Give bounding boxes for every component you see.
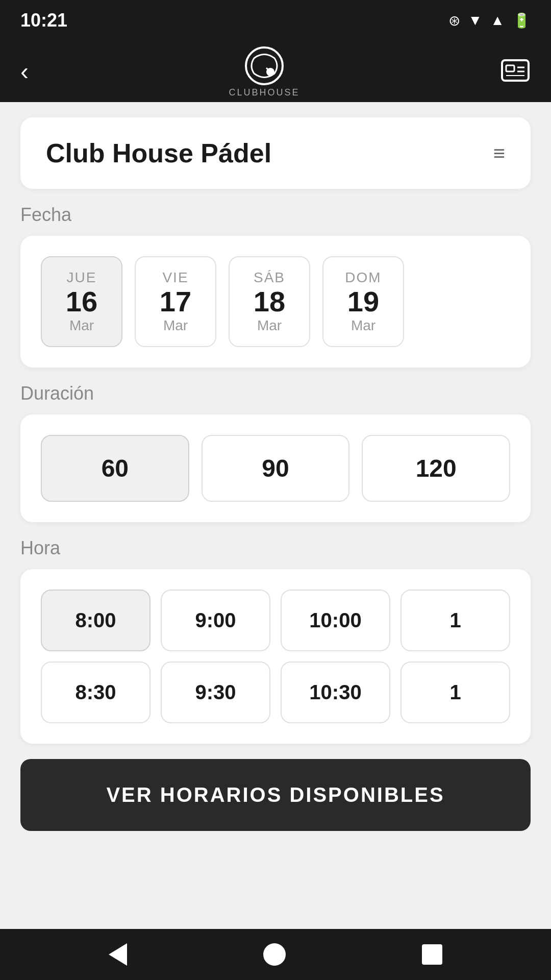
duracion-label: Duración: [20, 383, 531, 404]
time-btn-1...-b[interactable]: 1: [400, 662, 510, 723]
fecha-section: Fecha JUE 16 Mar VIE 17 Mar SÁB 18 Mar D…: [20, 204, 531, 368]
date-month: Mar: [163, 317, 188, 334]
nav-recent-button[interactable]: [422, 944, 442, 965]
duration-grid: 6090120: [41, 435, 510, 502]
battery-icon: 🔋: [513, 12, 531, 29]
back-button[interactable]: ‹: [20, 59, 29, 84]
date-item-18[interactable]: SÁB 18 Mar: [229, 256, 310, 347]
duracion-section: Duración 6090120: [20, 383, 531, 522]
top-nav: ‹ CLUBHOUSE: [0, 41, 551, 102]
date-day: VIE: [162, 270, 188, 286]
time-btn-1030-b[interactable]: 10:30: [281, 662, 390, 723]
duration-btn-90[interactable]: 90: [202, 435, 350, 502]
date-day: JUE: [67, 270, 97, 286]
status-icons: ⊛ ▼ ▲ 🔋: [448, 12, 531, 29]
wifi-icon: ▼: [468, 12, 483, 29]
date-num: 16: [66, 286, 97, 317]
hora-card: 8:009:0010:0018:309:3010:301: [20, 569, 531, 744]
ver-horarios-button[interactable]: VER HORARIOS DISPONIBLES: [20, 759, 531, 831]
time-btn-800[interactable]: 8:00: [41, 590, 151, 651]
title-card: Club House Pádel ≡: [20, 117, 531, 189]
id-card-button[interactable]: [500, 55, 531, 88]
logo-text: CLUBHOUSE: [229, 87, 299, 98]
duration-btn-60[interactable]: 60: [41, 435, 189, 502]
signal-icon: ▲: [490, 12, 505, 29]
bottom-nav: [0, 929, 551, 980]
date-month: Mar: [69, 317, 94, 334]
logo-icon: [244, 45, 285, 86]
fecha-label: Fecha: [20, 204, 531, 226]
nav-home-button[interactable]: [263, 943, 286, 966]
hora-section: Hora 8:009:0010:0018:309:3010:301: [20, 537, 531, 744]
club-title: Club House Pádel: [46, 138, 271, 168]
duration-btn-120[interactable]: 120: [362, 435, 510, 502]
date-num: 19: [347, 286, 379, 317]
svg-rect-4: [506, 65, 514, 71]
date-item-17[interactable]: VIE 17 Mar: [135, 256, 216, 347]
date-item-16[interactable]: JUE 16 Mar: [41, 256, 122, 347]
date-month: Mar: [351, 317, 375, 334]
fecha-card: JUE 16 Mar VIE 17 Mar SÁB 18 Mar DOM 19 …: [20, 236, 531, 368]
date-day: SÁB: [254, 270, 285, 286]
date-num: 18: [254, 286, 285, 317]
hora-label: Hora: [20, 537, 531, 559]
time-btn-900[interactable]: 9:00: [161, 590, 270, 651]
time-btn-830-b[interactable]: 8:30: [41, 662, 151, 723]
time-btn-930-b[interactable]: 9:30: [161, 662, 270, 723]
menu-button[interactable]: ≡: [493, 142, 505, 165]
date-month: Mar: [257, 317, 282, 334]
main-content: Club House Pádel ≡ Fecha JUE 16 Mar VIE …: [0, 102, 551, 929]
status-bar: 10:21 ⊛ ▼ ▲ 🔋: [0, 0, 551, 41]
time-grid: 8:009:0010:0018:309:3010:301: [41, 590, 510, 723]
dnd-icon: ⊛: [448, 12, 460, 29]
time-btn-1000[interactable]: 10:00: [281, 590, 390, 651]
date-day: DOM: [345, 270, 381, 286]
date-item-19[interactable]: DOM 19 Mar: [322, 256, 404, 347]
duracion-card: 6090120: [20, 414, 531, 522]
date-scroll: JUE 16 Mar VIE 17 Mar SÁB 18 Mar DOM 19 …: [41, 256, 510, 347]
nav-back-button[interactable]: [109, 943, 127, 966]
status-time: 10:21: [20, 10, 67, 31]
date-num: 17: [160, 286, 191, 317]
app-logo: CLUBHOUSE: [229, 45, 299, 98]
id-card-icon: [500, 55, 531, 86]
time-btn-1...[interactable]: 1: [400, 590, 510, 651]
